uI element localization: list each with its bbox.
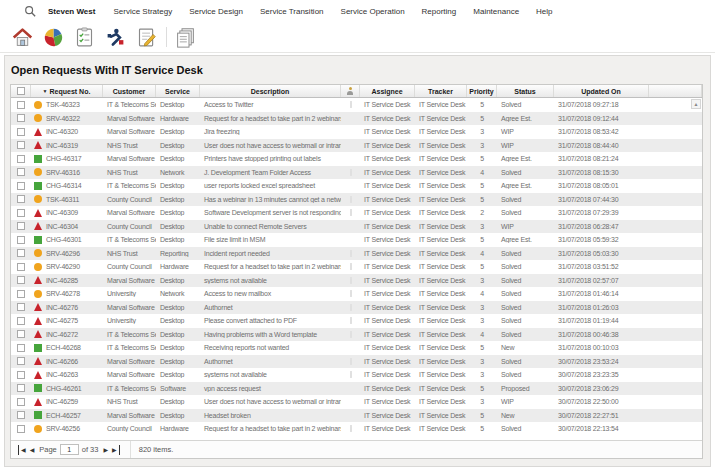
edit-request-icon[interactable] [133,25,159,49]
scroll-up-arrow-icon[interactable]: ▲ [691,99,701,109]
row-checkbox[interactable] [17,276,25,284]
request-no-cell: SRV-46296 [31,249,103,257]
row-checkbox[interactable] [17,330,25,338]
page-number-input[interactable] [60,444,79,455]
table-row[interactable]: SRV-46316NHS TrustNetworkJ. Development … [11,166,702,180]
menu-item-service-operation[interactable]: Service Operation [341,7,405,16]
table-row[interactable]: ECH-46257Marval Software Ltd.DesktopHead… [11,409,702,423]
row-checkbox[interactable] [17,344,25,352]
row-checkbox[interactable] [17,114,25,122]
row-select-cell [11,290,31,298]
service-cell: Desktop [156,331,200,338]
row-checkbox[interactable] [17,371,25,379]
row-checkbox[interactable] [17,128,25,136]
priority-cell: 5 [467,182,497,189]
row-checkbox[interactable] [17,290,25,298]
row-select-cell [11,317,31,325]
table-row[interactable]: SRV-46296NHS TrustReportingIncident repo… [11,247,702,261]
table-row[interactable]: INC-46276Marval Software Ltd.DesktopAuth… [11,301,702,315]
row-checkbox[interactable] [17,249,25,257]
table-row[interactable]: INC-46259NHS TrustDesktopUser does not h… [11,395,702,409]
assignee-cell: IT Service Desk [360,344,415,351]
row-checkbox[interactable] [17,101,25,109]
table-row[interactable]: CHG-46314IT & Telecoms ServicesDesktopus… [11,179,702,193]
row-checkbox[interactable] [17,195,25,203]
priority-cell: 3 [467,277,497,284]
row-checkbox[interactable] [17,168,25,176]
search-icon[interactable] [24,5,36,17]
dashboard-chart-icon[interactable] [40,25,66,49]
menu-item-maintenance[interactable]: Maintenance [473,7,519,16]
table-row[interactable]: SRV-46278UniversityNetworkAccess to new … [11,287,702,301]
priority-cell: 5 [467,425,497,432]
menu-item-service-strategy[interactable]: Service Strategy [113,7,172,16]
table-row[interactable]: INC-46275UniversityDesktopPlease convert… [11,314,702,328]
table-row[interactable]: ECH-46268IT & Telecoms ServicesDesktopRe… [11,341,702,355]
column-header-description[interactable]: Description [200,85,341,97]
description-cell: Jira freezing [200,128,341,135]
table-row[interactable]: INC-46263Marval Software Ltd.Desktopsyst… [11,368,702,382]
select-all-checkbox[interactable] [17,87,25,95]
row-checkbox[interactable] [17,411,25,419]
row-checkbox[interactable] [17,209,25,217]
updated-on-cell: 31/07/2018 00:10:03 [554,344,649,351]
row-checkbox[interactable] [17,384,25,392]
table-row[interactable]: INC-46320Marval Software Ltd.DesktopJira… [11,125,702,139]
service-cell: Desktop [156,304,200,311]
table-row[interactable]: SRV-46322Marval Software Ltd.HardwareReq… [11,112,702,126]
reports-copy-icon[interactable] [172,25,198,49]
table-row[interactable]: TSK-46323IT & Telecoms ServicesDesktopAc… [11,98,702,112]
row-checkbox[interactable] [17,182,25,190]
home-icon[interactable] [9,25,35,49]
column-header-status[interactable]: Status [497,85,554,97]
row-checkbox[interactable] [17,263,25,271]
row-checkbox[interactable] [17,317,25,325]
previous-page-button[interactable]: ◀ [28,445,37,455]
table-row[interactable]: INC-46304County CouncilDesktopUnable to … [11,220,702,234]
priority-cell: 5 [467,385,497,392]
row-checkbox[interactable] [17,398,25,406]
status-cell: Solved [497,277,554,284]
table-row[interactable]: INC-46272IT & Telecoms ServicesDesktopHa… [11,328,702,342]
row-checkbox[interactable] [17,236,25,244]
last-page-button[interactable]: ▶ [110,445,120,455]
request-type-triangle-icon [34,141,42,149]
menu-item-service-design[interactable]: Service Design [189,7,243,16]
row-checkbox[interactable] [17,425,25,433]
menu-item-reporting[interactable]: Reporting [422,7,457,16]
column-header-service[interactable]: Service [156,85,200,97]
column-header-filler[interactable] [649,85,702,97]
table-row[interactable]: CHG-46301IT & Telecoms ServicesDesktopFi… [11,233,702,247]
workflow-person-icon[interactable] [102,25,128,49]
service-cell: Desktop [156,182,200,189]
table-row[interactable]: TSK-46311County CouncilDesktopHas a webi… [11,193,702,207]
row-checkbox[interactable] [17,303,25,311]
row-checkbox[interactable] [17,357,25,365]
table-row[interactable]: INC-46266Marval Software Ltd.DesktopAuth… [11,355,702,369]
checklist-icon[interactable] [71,25,97,49]
column-header-customer[interactable]: Customer [103,85,156,97]
column-header-updated_on[interactable]: Updated On [554,85,649,97]
table-row[interactable]: SRV-46256County CouncilHardwareRequest f… [11,422,702,436]
column-header-priority[interactable]: Priority [467,85,497,97]
menu-item-help[interactable]: Help [536,7,552,16]
table-row[interactable]: INC-46319NHS TrustDesktopUser does not h… [11,139,702,153]
column-header-assignee[interactable]: Assignee [360,85,415,97]
menu-item-service-transition[interactable]: Service Transition [260,7,324,16]
customer-cell: IT & Telecoms Services [103,101,156,108]
table-row[interactable]: INC-46285Marval Software Ltd.Desktopsyst… [11,274,702,288]
table-row[interactable]: CHG-46317Marval Software Ltd.DesktopPrin… [11,152,702,166]
next-page-button[interactable]: ▶ [101,445,110,455]
request-no: INC-46263 [46,371,78,378]
table-row[interactable]: SRV-46290County CouncilHardwareRequest f… [11,260,702,274]
row-checkbox[interactable] [17,222,25,230]
user-menu[interactable]: Steven West [48,7,95,16]
row-checkbox[interactable] [17,155,25,163]
request-no: INC-46319 [46,142,78,149]
first-page-button[interactable]: ◀ [18,445,28,455]
table-row[interactable]: INC-46309Marval Software Ltd.DesktopSoft… [11,206,702,220]
row-checkbox[interactable] [17,141,25,149]
column-header-tracker[interactable]: Tracker [415,85,467,97]
table-row[interactable]: CHG-46261IT & Telecoms ServicesSoftwarev… [11,382,702,396]
column-header-request_no[interactable]: ▼Request No. [31,85,103,97]
